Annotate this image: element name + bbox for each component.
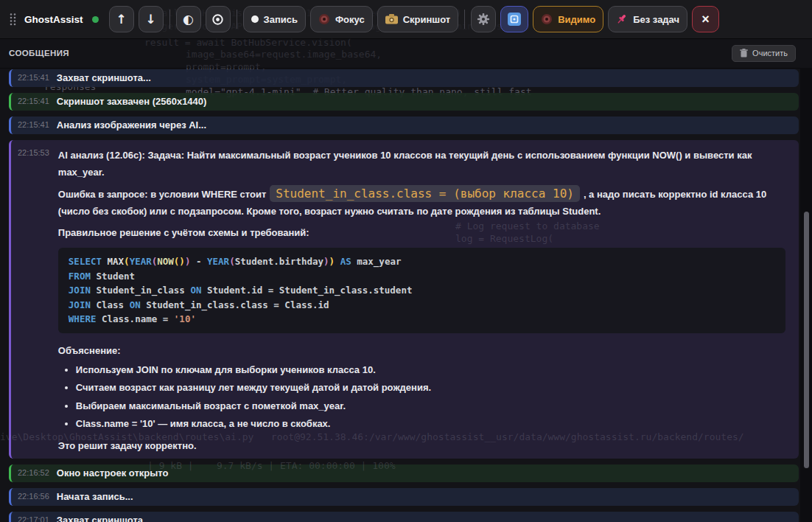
timestamp: 22:17:01: [11, 512, 49, 522]
toolbar-divider: [464, 10, 465, 29]
message-text: Захват скриншота...: [49, 69, 158, 87]
explanation-item: Используем JOIN по ключам для выборки уч…: [76, 361, 785, 380]
ring-circle-icon: [211, 13, 224, 26]
status-dot: [92, 16, 99, 23]
timestamp: 22:16:56: [11, 488, 49, 506]
inline-code: Student_in_class.class = (выбор класса 1…: [270, 185, 580, 202]
opacity-button[interactable]: [206, 6, 231, 32]
move-down-button[interactable]: ↓: [139, 6, 164, 32]
eye-icon: [541, 13, 553, 25]
timestamp: 22:15:41: [11, 93, 49, 111]
ai-solution-label: Правильное решение с учётом схемы и треб…: [58, 224, 785, 241]
gear-icon: [477, 13, 490, 26]
drag-dots-icon: [9, 13, 17, 27]
panel-title: СООБЩЕНИЯ: [9, 49, 69, 58]
record-dot-icon: [251, 15, 259, 23]
message-text: Начата запись...: [49, 488, 141, 506]
ai-error-paragraph: Ошибка в запросе: в условии WHERE стоитS…: [58, 185, 785, 220]
log-message[interactable]: 22:17:01Захват скриншота...: [9, 512, 799, 522]
arrow-down-icon: ↓: [145, 13, 155, 26]
toolbar-divider: [169, 10, 170, 29]
sql-code-block[interactable]: SELECT MAX(YEAR(NOW()) - YEAR(Student.bi…: [58, 248, 785, 333]
messages-panel-header: СООБЩЕНИЯ Очистить: [0, 38, 812, 68]
focus-button[interactable]: Фокус: [310, 6, 373, 32]
log-message[interactable]: 22:15:41Скриншот захвачен (2560x1440): [9, 93, 799, 111]
visible-toggle-button[interactable]: Видимо: [533, 6, 603, 32]
trash-icon: [740, 49, 748, 58]
log-message[interactable]: 22:15:41Анализ изображения через AI...: [9, 116, 799, 134]
timestamp: 22:16:52: [11, 464, 49, 482]
close-icon: ×: [701, 12, 710, 27]
clear-button[interactable]: Очистить: [732, 45, 796, 62]
pin-icon: [616, 13, 628, 25]
eye-icon: [318, 13, 330, 25]
close-button[interactable]: ×: [692, 6, 719, 32]
message-text: Окно настроек открыто: [49, 464, 176, 482]
timestamp: 22:15:53: [11, 140, 49, 459]
toolbar-divider: [237, 10, 237, 29]
ai-message-content: AI анализ (12.06с): Задача: Найти максим…: [49, 140, 799, 459]
no-tasks-button[interactable]: Без задач: [608, 6, 687, 32]
ai-intro: AI анализ (12.06с): Задача: Найти максим…: [58, 147, 785, 181]
message-text: Захват скриншота...: [49, 512, 158, 522]
timestamp: 22:15:41: [11, 116, 49, 134]
arrow-up-icon: ↑: [116, 13, 126, 26]
ai-analysis-message[interactable]: 22:15:53 AI анализ (12.06с): Задача: Най…: [9, 140, 799, 459]
message-text: Анализ изображения через AI...: [49, 116, 214, 134]
explanation-item: Считаем возраст как разницу лет между те…: [76, 379, 785, 397]
contrast-button[interactable]: ◐: [176, 6, 201, 32]
explanation-list: Используем JOIN по ключам для выборки уч…: [58, 361, 785, 434]
half-circle-icon: ◐: [183, 13, 194, 26]
ai-explanation-label: Объяснение:: [58, 342, 785, 359]
scrollbar-track[interactable]: [800, 68, 812, 522]
log-message[interactable]: 22:15:41Захват скриншота...: [9, 69, 799, 87]
scrollbar-thumb[interactable]: [804, 212, 809, 468]
log-message[interactable]: 22:16:52Окно настроек открыто: [9, 464, 799, 482]
explanation-item: Выбираем максимальный возраст с пометкой…: [76, 397, 785, 416]
app-switcher-button[interactable]: [500, 6, 528, 32]
settings-button[interactable]: [471, 6, 496, 32]
explanation-item: Class.name = '10' — имя класса, а не чис…: [76, 415, 785, 434]
message-text: Скриншот захвачен (2560x1440): [49, 93, 214, 111]
camera-icon: [385, 14, 398, 24]
move-up-button[interactable]: ↑: [109, 6, 134, 32]
record-button[interactable]: Запись: [243, 6, 306, 32]
screenshot-button[interactable]: Скриншот: [377, 6, 459, 32]
messages-list: 22:15:41Захват скриншота...22:15:41Скрин…: [9, 69, 799, 522]
blue-app-icon: [508, 13, 521, 26]
app-title: GhostAssist: [24, 14, 83, 25]
toolbar: GhostAssist ↑ ↓ ◐ Запись Фокус Скриншот …: [0, 0, 812, 38]
drag-handle-icon[interactable]: [9, 13, 17, 27]
ghostassist-overlay: # Call BotHub Vision (gpt-4.1-mini = spe…: [0, 0, 812, 522]
log-message[interactable]: 22:16:56Начата запись...: [9, 488, 799, 506]
ai-outro: Это решит задачу корректно.: [58, 437, 785, 454]
timestamp: 22:15:41: [11, 69, 49, 87]
